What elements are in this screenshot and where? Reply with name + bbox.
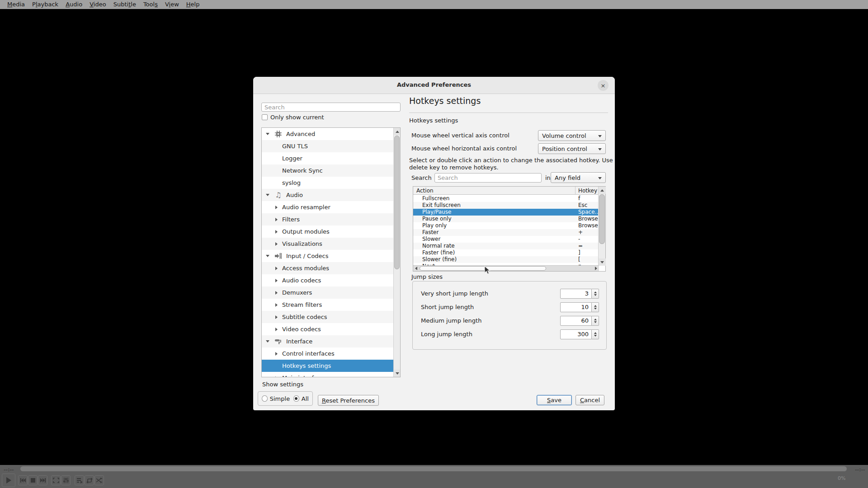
hotkey-row-slower[interactable]: Slower-	[413, 236, 599, 243]
shuffle-button[interactable]	[94, 475, 104, 485]
spin-up-icon[interactable]	[594, 332, 597, 334]
spin-down-icon[interactable]	[594, 321, 597, 323]
caret-right-icon[interactable]	[275, 376, 278, 378]
hotkey-search-input[interactable]	[434, 173, 542, 183]
tree-scroll-thumb[interactable]	[394, 136, 400, 269]
jump-value-input[interactable]: 10	[560, 302, 592, 312]
spin-up-icon[interactable]	[594, 319, 597, 320]
stop-button[interactable]	[28, 475, 38, 485]
spinner-buttons[interactable]	[592, 329, 599, 339]
caret-right-icon[interactable]	[275, 279, 278, 282]
caret-right-icon[interactable]	[275, 352, 278, 356]
hotkey-row-normal-rate[interactable]: Normal rate=	[413, 243, 599, 249]
hotkey-column-header[interactable]: Hotkey	[578, 188, 597, 194]
tree-item-output-modules[interactable]: Output modules	[262, 225, 400, 238]
table-scroll-up-button[interactable]	[599, 187, 606, 194]
search-field-combo[interactable]: Any field	[551, 172, 606, 183]
only-show-current-checkbox[interactable]	[262, 114, 268, 120]
tree-item-gnu-tls[interactable]: GNU TLS	[262, 140, 400, 152]
table-horizontal-scrollbar[interactable]	[413, 265, 599, 271]
cancel-button[interactable]: Cancel	[576, 395, 604, 405]
tree-scroll-up-button[interactable]	[394, 128, 401, 135]
spinner-buttons[interactable]	[592, 289, 599, 299]
menu-help[interactable]: Help	[183, 0, 203, 9]
spin-down-icon[interactable]	[594, 308, 597, 310]
table-scroll-left-button[interactable]	[413, 266, 419, 271]
caret-right-icon[interactable]	[275, 267, 278, 270]
tree-item-demuxers[interactable]: Demuxers	[262, 286, 400, 299]
menu-audio[interactable]: Audio	[62, 0, 86, 9]
wheel-vertical-combo[interactable]: Volume control	[538, 130, 606, 141]
jump-value-input[interactable]: 60	[560, 316, 592, 326]
tree-item-filters[interactable]: Filters	[262, 213, 400, 225]
tree-scroll-down-button[interactable]	[394, 370, 401, 377]
reset-preferences-button[interactable]: Reset Preferences	[318, 395, 379, 406]
loop-button[interactable]	[85, 475, 94, 485]
save-button[interactable]: Save	[537, 395, 572, 405]
hotkey-row-play-only[interactable]: Play onlyBrowser	[413, 222, 599, 229]
caret-right-icon[interactable]	[275, 230, 278, 234]
tree-item-advanced[interactable]: Advanced	[262, 128, 400, 140]
hotkey-row-exit-fullscreen[interactable]: Exit fullscreenEsc	[413, 202, 599, 209]
simple-radio[interactable]	[262, 395, 268, 402]
tree-item-logger[interactable]: Logger	[262, 152, 400, 164]
tree-item-interface[interactable]: Interface	[262, 335, 400, 347]
menu-view[interactable]: View	[161, 0, 183, 9]
jump-value-input[interactable]: 3	[560, 289, 592, 299]
menu-video[interactable]: Video	[86, 0, 109, 9]
table-scroll-down-button[interactable]	[599, 258, 606, 266]
caret-right-icon[interactable]	[275, 206, 278, 209]
column-divider[interactable]	[575, 187, 576, 195]
close-button[interactable]: ×	[598, 80, 609, 91]
previous-button[interactable]	[18, 475, 28, 485]
hotkey-row-slower-fine-[interactable]: Slower (fine)[	[413, 256, 599, 263]
tree-item-subtitle-codecs[interactable]: Subtitle codecs	[262, 311, 400, 323]
caret-down-icon[interactable]	[266, 340, 269, 343]
spin-down-icon[interactable]	[594, 335, 597, 337]
tree-item-input-codecs[interactable]: Input / Codecs	[262, 250, 400, 262]
equalizer-button[interactable]	[61, 475, 71, 485]
hotkey-row-pause-only[interactable]: Pause onlyBrowser	[413, 216, 599, 222]
jump-value-input[interactable]: 300	[560, 329, 592, 339]
tree-item-video-codecs[interactable]: Video codecs	[262, 323, 400, 335]
table-scroll-right-button[interactable]	[593, 266, 599, 271]
spin-up-icon[interactable]	[594, 291, 597, 293]
tree-item-audio-codecs[interactable]: Audio codecs	[262, 274, 400, 286]
tree-scrollbar[interactable]	[393, 128, 400, 377]
caret-down-icon[interactable]	[266, 255, 269, 257]
tree-item-hotkeys-settings[interactable]: Hotkeys settings	[262, 360, 400, 372]
menu-tools[interactable]: Tools	[140, 0, 161, 9]
tree-item-access-modules[interactable]: Access modules	[262, 262, 400, 274]
tree-item-audio[interactable]: ♫Audio	[262, 189, 400, 201]
fullscreen-button[interactable]	[51, 475, 61, 485]
spinner-buttons[interactable]	[592, 316, 599, 326]
caret-down-icon[interactable]	[266, 194, 269, 196]
caret-right-icon[interactable]	[275, 242, 278, 246]
tree-item-network-sync[interactable]: Network Sync	[262, 164, 400, 177]
tree-item-main-interfaces[interactable]: Main interfaces	[262, 372, 400, 377]
menu-playback[interactable]: Playback	[28, 0, 62, 9]
caret-right-icon[interactable]	[275, 328, 278, 331]
caret-right-icon[interactable]	[275, 315, 278, 319]
spin-down-icon[interactable]	[594, 294, 597, 296]
menu-subtitle[interactable]: Subtitle	[110, 0, 140, 9]
caret-right-icon[interactable]	[275, 291, 278, 295]
seek-slider[interactable]	[20, 466, 847, 471]
playlist-button[interactable]	[75, 475, 84, 485]
preferences-search-input[interactable]	[261, 103, 401, 112]
menu-media[interactable]: Media	[4, 0, 28, 9]
tree-item-control-interfaces[interactable]: Control interfaces	[262, 347, 400, 360]
hotkey-row-faster-fine-[interactable]: Faster (fine)]	[413, 249, 599, 256]
tree-item-stream-filters[interactable]: Stream filters	[262, 299, 400, 311]
hotkey-row-play-pause[interactable]: Play/PauseSpace…	[413, 209, 599, 216]
dialog-titlebar[interactable]: Advanced Preferences ×	[253, 77, 615, 94]
tree-item-audio-resampler[interactable]: Audio resampler	[262, 201, 400, 213]
hotkey-row-faster[interactable]: Faster+	[413, 229, 599, 236]
tree-item-syslog[interactable]: syslog	[262, 177, 400, 189]
table-scroll-thumb[interactable]	[599, 194, 605, 244]
next-button[interactable]	[38, 475, 47, 485]
hotkey-row-fullscreen[interactable]: Fullscreenf	[413, 195, 599, 202]
action-column-header[interactable]: Action	[416, 188, 434, 194]
spin-up-icon[interactable]	[594, 305, 597, 307]
caret-down-icon[interactable]	[266, 133, 269, 135]
